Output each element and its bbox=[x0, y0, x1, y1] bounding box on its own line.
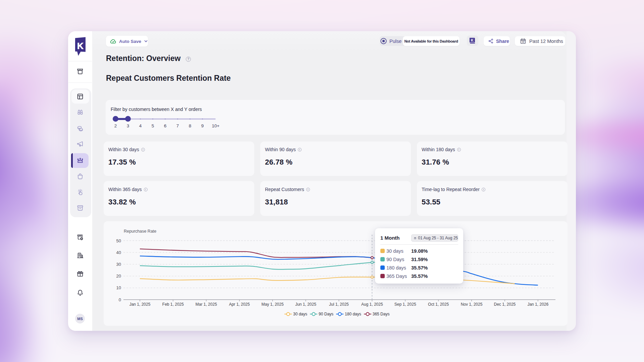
svg-text:Nov 1, 2025: Nov 1, 2025 bbox=[461, 302, 483, 307]
svg-text:Apr 1, 2025: Apr 1, 2025 bbox=[229, 302, 250, 307]
svg-text:12: 12 bbox=[415, 238, 416, 239]
svg-text:0: 0 bbox=[119, 297, 121, 302]
svg-text:Jan 1, 2025: Jan 1, 2025 bbox=[129, 302, 151, 307]
svg-text:Jan 1, 2026: Jan 1, 2026 bbox=[527, 302, 548, 307]
svg-text:May 1, 2025: May 1, 2025 bbox=[262, 302, 284, 307]
svg-text:Dec 1, 2025: Dec 1, 2025 bbox=[494, 302, 516, 307]
svg-text:10: 10 bbox=[116, 285, 121, 290]
svg-text:Sep 1, 2025: Sep 1, 2025 bbox=[394, 302, 416, 307]
svg-text:40: 40 bbox=[116, 250, 121, 255]
svg-text:20: 20 bbox=[116, 274, 121, 279]
svg-text:Jun 1, 2025: Jun 1, 2025 bbox=[295, 302, 316, 307]
svg-text:Jul 1, 2025: Jul 1, 2025 bbox=[329, 302, 349, 307]
svg-text:50: 50 bbox=[116, 238, 121, 243]
svg-text:Oct 1, 2025: Oct 1, 2025 bbox=[428, 302, 449, 307]
svg-text:Mar 1, 2025: Mar 1, 2025 bbox=[196, 302, 217, 307]
svg-text:30: 30 bbox=[116, 262, 121, 267]
svg-text:Feb 1, 2025: Feb 1, 2025 bbox=[162, 302, 184, 307]
svg-text:Aug 1, 2025: Aug 1, 2025 bbox=[361, 302, 383, 307]
